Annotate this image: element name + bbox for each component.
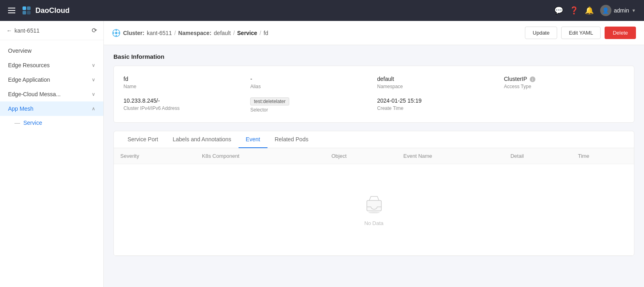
help-icon[interactable]: ❓ xyxy=(570,6,578,15)
field-alias-label: Alias xyxy=(250,84,370,89)
field-alias: - Alias xyxy=(250,76,370,89)
tab-related-pods[interactable]: Related Pods xyxy=(267,131,316,148)
field-selector-value: test:deletelater xyxy=(250,97,370,105)
breadcrumb-namespace-value: default xyxy=(214,30,231,36)
field-selector: test:deletelater Selector xyxy=(250,97,370,113)
svg-rect-2 xyxy=(23,11,26,14)
sidebar-service-label: Service xyxy=(23,120,42,126)
event-table-wrapper: Severity K8s Component Object Event Name… xyxy=(114,148,634,256)
bell-icon[interactable]: 🔔 xyxy=(585,6,594,15)
field-name: fd Name xyxy=(123,76,244,89)
chevron-up-icon: ∧ xyxy=(92,106,95,111)
user-menu[interactable]: 👤 admin ▼ xyxy=(600,5,636,16)
field-namespace: default Namespace xyxy=(377,76,498,89)
nav-right: 💬 ❓ 🔔 👤 admin ▼ xyxy=(554,5,636,16)
field-selector-label: Selector xyxy=(250,107,370,113)
svg-point-8 xyxy=(113,32,114,34)
field-create-time-label: Create Time xyxy=(377,105,498,111)
chevron-down-icon: ∨ xyxy=(92,62,95,68)
sidebar-header: ← kant-6511 ⟳ xyxy=(0,21,103,40)
tab-labels-annotations[interactable]: Labels and Annotations xyxy=(165,131,239,148)
sidebar-item-edge-resources[interactable]: Edge Resources ∨ xyxy=(0,58,103,72)
field-empty xyxy=(504,97,624,113)
app-logo: DaoCloud xyxy=(21,5,70,16)
col-event-name: Event Name xyxy=(397,148,504,164)
page-layout: ← kant-6511 ⟳ Overview Edge Resources ∨ … xyxy=(0,21,644,287)
breadcrumb-sep1: / xyxy=(174,30,176,36)
table-header: Severity K8s Component Object Event Name… xyxy=(114,148,634,164)
sidebar-item-overview[interactable]: Overview xyxy=(0,43,103,58)
sidebar-overview-label: Overview xyxy=(8,47,31,54)
back-button[interactable]: ← kant-6511 xyxy=(6,27,39,34)
svg-point-6 xyxy=(115,29,117,31)
event-table: Severity K8s Component Object Event Name… xyxy=(114,148,634,256)
empty-cell: No Data xyxy=(114,164,634,256)
table-body: No Data xyxy=(114,164,634,256)
breadcrumb: Cluster: kant-6511 / Namespace: default … xyxy=(112,29,268,37)
breadcrumb-service-value: fd xyxy=(263,30,268,36)
top-navigation: DaoCloud 💬 ❓ 🔔 👤 admin ▼ xyxy=(0,0,644,21)
sidebar-edge-application-label: Edge Application xyxy=(8,76,50,83)
col-severity: Severity xyxy=(114,148,195,164)
cluster-icon xyxy=(112,29,121,37)
breadcrumb-service-label: Service xyxy=(237,30,257,36)
info-tooltip-icon[interactable]: i xyxy=(530,76,535,82)
empty-inbox-icon xyxy=(364,193,385,215)
sidebar-item-edge-cloud-message[interactable]: Edge-Cloud Messa... ∨ xyxy=(0,87,103,101)
breadcrumb-cluster-label: Cluster: xyxy=(123,30,144,36)
sidebar-edge-resources-label: Edge Resources xyxy=(8,62,50,68)
selector-tag: test:deletelater xyxy=(250,97,289,105)
field-create-time: 2024-01-25 15:19 Create Time xyxy=(377,97,498,113)
page-header: Cluster: kant-6511 / Namespace: default … xyxy=(104,21,644,45)
col-object: Object xyxy=(325,148,397,164)
hamburger-menu[interactable] xyxy=(8,8,15,13)
update-button[interactable]: Update xyxy=(525,27,557,39)
header-actions: Update Edit YAML Delete xyxy=(525,27,636,39)
breadcrumb-namespace-label: Namespace: xyxy=(178,30,212,36)
avatar: 👤 xyxy=(600,5,611,16)
refresh-icon[interactable]: ⟳ xyxy=(92,27,97,34)
svg-point-11 xyxy=(368,212,380,213)
field-access-type: ClusterIP i Access Type xyxy=(504,76,624,89)
tab-service-port[interactable]: Service Port xyxy=(120,131,165,148)
field-namespace-label: Namespace xyxy=(377,84,498,89)
field-cluster-ip-label: Cluster IPv4/IPv6 Address xyxy=(123,105,244,111)
col-detail: Detail xyxy=(504,148,572,164)
field-cluster-ip: 10.233.8.245/- Cluster IPv4/IPv6 Address xyxy=(123,97,244,113)
basic-info-card: fd Name - Alias default Namespace Cluste… xyxy=(113,66,634,123)
user-name: admin xyxy=(614,7,629,14)
delete-button[interactable]: Delete xyxy=(605,27,636,39)
info-grid: fd Name - Alias default Namespace Cluste… xyxy=(123,76,624,113)
svg-rect-3 xyxy=(27,11,31,14)
sidebar-item-edge-application[interactable]: Edge Application ∨ xyxy=(0,72,103,87)
table-header-row: Severity K8s Component Object Event Name… xyxy=(114,148,634,164)
sidebar-edge-cloud-label: Edge-Cloud Messa... xyxy=(8,91,61,97)
field-name-label: Name xyxy=(123,84,244,89)
edit-yaml-button[interactable]: Edit YAML xyxy=(561,27,601,39)
field-cluster-ip-value: 10.233.8.245/- xyxy=(123,97,244,104)
sidebar-item-service[interactable]: — Service xyxy=(0,116,103,130)
svg-point-5 xyxy=(115,32,117,34)
main-content: Cluster: kant-6511 / Namespace: default … xyxy=(104,21,644,287)
user-dropdown-icon: ▼ xyxy=(632,8,636,13)
back-arrow-icon: ← xyxy=(6,27,12,34)
tab-event[interactable]: Event xyxy=(239,131,267,148)
chat-icon[interactable]: 💬 xyxy=(554,6,563,15)
field-create-time-value: 2024-01-25 15:19 xyxy=(377,97,498,104)
field-alias-value: - xyxy=(250,76,370,82)
col-k8s-component: K8s Component xyxy=(195,148,325,164)
field-access-type-value: ClusterIP i xyxy=(504,76,624,82)
cluster-name-label: kant-6511 xyxy=(14,27,39,34)
field-name-value: fd xyxy=(123,76,244,82)
svg-rect-0 xyxy=(23,6,26,10)
nav-left: DaoCloud xyxy=(8,5,70,16)
sidebar-item-app-mesh[interactable]: App Mesh ∧ xyxy=(0,101,103,116)
breadcrumb-sep2: / xyxy=(233,30,235,36)
app-name: DaoCloud xyxy=(35,6,70,15)
tabs-container: Service Port Labels and Annotations Even… xyxy=(113,131,634,256)
field-access-type-label: Access Type xyxy=(504,84,624,89)
svg-rect-1 xyxy=(27,6,31,10)
tabs-header: Service Port Labels and Annotations Even… xyxy=(114,131,634,148)
chevron-down-icon: ∨ xyxy=(92,91,95,97)
chevron-down-icon: ∨ xyxy=(92,77,95,83)
